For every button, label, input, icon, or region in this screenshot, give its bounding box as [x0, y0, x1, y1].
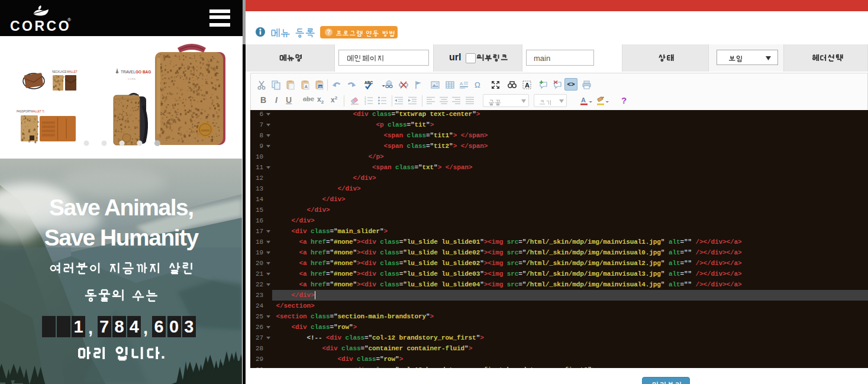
svg-text:3: 3 — [364, 102, 366, 105]
svg-text:ABC: ABC — [364, 80, 373, 84]
svg-text:A: A — [305, 85, 308, 89]
svg-text:W: W — [319, 85, 322, 88]
svg-text:corco: corco — [201, 128, 210, 132]
svg-text:A: A — [581, 96, 586, 104]
svg-text:GO BAG: GO BAG — [135, 70, 151, 74]
svg-text:Ω: Ω — [475, 80, 480, 89]
svg-text:WALLET: WALLET — [67, 70, 78, 73]
svg-text:PASSPORT: PASSPORT — [17, 110, 31, 113]
svg-text:A: A — [460, 81, 463, 86]
svg-text:A: A — [525, 82, 530, 89]
svg-text:C O R K: C O R K — [128, 78, 136, 80]
svg-text:TRAVEL: TRAVEL — [121, 70, 135, 74]
svg-text:WALLET 7|: WALLET 7| — [31, 110, 44, 113]
svg-text:NECKLACE: NECKLACE — [52, 70, 66, 73]
